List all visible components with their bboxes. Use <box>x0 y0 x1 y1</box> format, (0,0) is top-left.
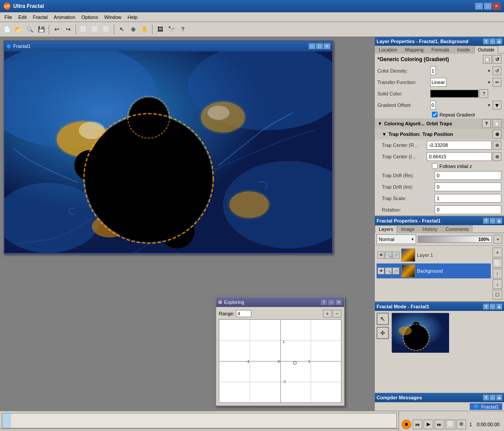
arrow-mode-btn[interactable]: ↖ <box>377 313 389 325</box>
repeat-gradient-check[interactable] <box>432 112 438 117</box>
tab-outside[interactable]: Outside <box>474 46 499 54</box>
trap-position-btn[interactable]: ⊕ <box>493 130 501 139</box>
zoom-in-button[interactable]: + <box>323 310 332 318</box>
coloring-algorithm-collapse[interactable]: ▼ <box>377 121 382 126</box>
layer1-vis[interactable]: 👁 <box>377 252 384 259</box>
open-button[interactable]: 📂 <box>13 24 24 35</box>
gradient-offset-arrow[interactable]: ▼ <box>493 101 501 110</box>
save-button[interactable]: 💾 <box>36 24 47 35</box>
move-down-btn[interactable]: ↓ <box>493 279 502 289</box>
copy-button[interactable]: ⬜ <box>78 24 89 35</box>
gradient-offset-select[interactable]: 0 <box>430 101 436 110</box>
fractal-maximize[interactable]: □ <box>316 43 323 49</box>
tab-history[interactable]: History <box>419 225 442 233</box>
fractal-minimize[interactable]: ─ <box>308 43 315 49</box>
menu-animation[interactable]: Animation <box>51 14 78 21</box>
paste-button[interactable]: ⬜ <box>90 24 100 35</box>
solid-color-swatch[interactable] <box>430 90 479 98</box>
transfer-function-edit[interactable]: ✏ <box>493 78 501 87</box>
exploring-help[interactable]: ? <box>320 299 327 305</box>
fractal-close[interactable]: ✕ <box>323 43 330 49</box>
fractal-mode-max[interactable]: ▲ <box>496 303 502 310</box>
color-density-select[interactable]: 1 <box>430 66 436 75</box>
fractal-mode-help[interactable]: ? <box>483 303 489 310</box>
next-frame-btn[interactable]: ⏭ <box>435 420 444 429</box>
fractal-props-min[interactable]: ─ <box>489 218 496 224</box>
add-layer-btn[interactable]: + <box>493 235 502 244</box>
graph-point[interactable] <box>293 361 297 365</box>
explore-button[interactable]: 🔭 <box>166 24 177 35</box>
tab-mapping[interactable]: Mapping <box>401 46 428 54</box>
anim-settings-btn[interactable]: ⚙ <box>457 420 466 429</box>
browse-button[interactable]: 🔍 <box>25 24 35 35</box>
play-btn[interactable]: ▶ <box>424 420 433 429</box>
copy-layer-btn[interactable]: ⬜ <box>493 258 502 268</box>
layer-props-min[interactable]: ─ <box>489 38 496 44</box>
exploring-minimize[interactable]: ─ <box>328 299 335 305</box>
prev-frame-btn[interactable]: ⏮ <box>413 420 422 429</box>
compiler-msgs-help[interactable]: ? <box>483 394 489 401</box>
record-btn[interactable]: ⏺ <box>402 420 411 429</box>
undo-button[interactable]: ↩ <box>51 24 62 35</box>
tab-image[interactable]: Image <box>397 225 419 233</box>
formula-browse-btn[interactable]: 📋 <box>483 55 492 64</box>
follows-initial-z-check[interactable] <box>432 163 438 169</box>
new-button[interactable]: 📄 <box>2 24 12 35</box>
layer1-zoom[interactable]: 🔍 <box>385 252 392 259</box>
trap-center-i-input[interactable] <box>427 152 492 161</box>
fractal-props-help[interactable]: ? <box>483 218 489 224</box>
maximize-button[interactable]: □ <box>484 3 492 10</box>
redo-button[interactable]: ↪ <box>63 24 73 35</box>
tab-layers[interactable]: Layers <box>375 225 397 233</box>
fractal-mode-min[interactable]: ─ <box>489 303 496 310</box>
exploring-graph[interactable]: -1 0 1 1 -1 <box>219 319 341 403</box>
color-density-refresh[interactable]: ↺ <box>493 66 501 75</box>
fractal-props-max[interactable]: ▲ <box>496 218 502 224</box>
trap-drift-im-input[interactable] <box>435 183 501 191</box>
crosshair-mode-btn[interactable]: ✛ <box>377 327 389 339</box>
minimize-button[interactable]: ─ <box>475 3 483 10</box>
exploring-close[interactable]: ✕ <box>335 299 342 305</box>
transfer-function-select[interactable]: Linear <box>430 78 446 87</box>
layer-props-max[interactable]: ▲ <box>496 38 502 44</box>
tab-comments[interactable]: Comments <box>442 225 473 233</box>
tab-location[interactable]: Location <box>375 46 401 54</box>
background-vis[interactable]: 👁 <box>377 267 384 274</box>
trap-center-i-spinner[interactable]: ⊕ <box>493 152 501 161</box>
range-input[interactable] <box>236 310 251 317</box>
delete-layer-btn[interactable]: ☐ <box>493 290 502 300</box>
trap-position-collapse[interactable]: ▼ <box>382 131 387 137</box>
menu-window[interactable]: Window <box>102 14 124 21</box>
pointer-tool[interactable]: ↖ <box>116 24 127 35</box>
coloring-help[interactable]: ? <box>482 119 491 128</box>
layer-item-layer1[interactable]: 👁 🔍 🔗 Layer 1 <box>377 248 491 263</box>
trap-scale-input[interactable] <box>435 194 501 203</box>
layer-props-help[interactable]: ? <box>483 38 489 44</box>
keyframe-btn[interactable]: ⬜ <box>446 420 455 429</box>
menu-file[interactable]: File <box>2 14 15 21</box>
formula-refresh-btn[interactable]: ↺ <box>493 55 501 64</box>
layer1-link[interactable]: 🔗 <box>392 252 399 259</box>
move-up-btn[interactable]: ↑ <box>493 269 502 278</box>
layer-item-background[interactable]: 👁 🔍 🔗 Background <box>377 263 491 278</box>
solid-color-help[interactable]: ? <box>479 89 488 98</box>
menu-help[interactable]: Help <box>125 14 140 21</box>
coloring-browse[interactable]: 📋 <box>493 119 501 128</box>
trap-center-r-spinner[interactable]: ⊕ <box>493 141 501 150</box>
add-layer-action-btn[interactable]: + <box>493 248 502 257</box>
render-button[interactable]: 🖼 <box>155 24 165 35</box>
menu-options[interactable]: Options <box>79 14 101 21</box>
tab-inside[interactable]: Inside <box>453 46 474 54</box>
menu-edit[interactable]: Edit <box>16 14 29 21</box>
close-button[interactable]: ✕ <box>493 3 500 10</box>
zoom-tool[interactable]: ⊕ <box>128 24 138 35</box>
compiler-msgs-min[interactable]: ─ <box>489 394 496 401</box>
select-button[interactable]: ⬜ <box>101 24 112 35</box>
compiler-msgs-max[interactable]: ▲ <box>496 394 502 401</box>
zoom-out-button[interactable]: − <box>333 310 341 318</box>
trap-drift-re-input[interactable] <box>435 171 501 180</box>
menu-fractal[interactable]: Fractal <box>30 14 51 21</box>
help-button[interactable]: ? <box>178 24 188 35</box>
tab-formula[interactable]: Formula <box>428 46 453 54</box>
trap-center-r-input[interactable] <box>427 141 492 150</box>
